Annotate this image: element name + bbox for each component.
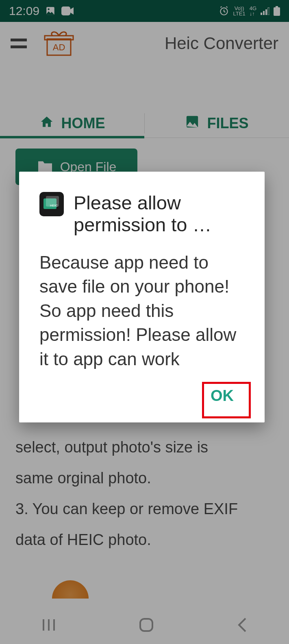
dialog-ok-button[interactable]: OK <box>200 381 244 411</box>
permission-dialog: HEIC Please allow permission to … Becaus… <box>19 172 265 422</box>
app-icon: HEIC <box>39 192 64 216</box>
dialog-body: Because app need to save file on your ph… <box>39 250 244 371</box>
svg-text:HEIC: HEIC <box>50 204 58 207</box>
dialog-title: Please allow permission to … <box>74 192 244 236</box>
